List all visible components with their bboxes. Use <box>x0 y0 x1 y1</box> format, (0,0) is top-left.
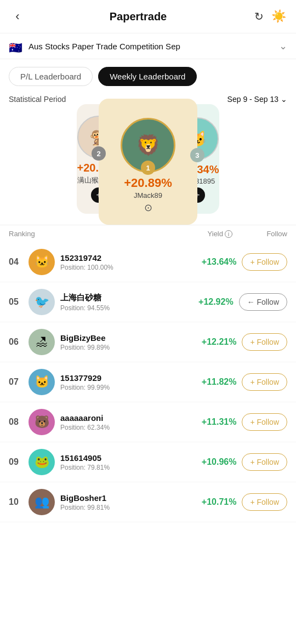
row-username: aaaaaaroni <box>60 413 187 423</box>
row-avatar: 🏖 <box>29 329 55 355</box>
row-info: 152319742 Position: 100.00% <box>60 253 187 271</box>
podium-second-rank: 2 <box>92 146 106 161</box>
row-username: 151377929 <box>60 373 187 383</box>
row-avatar: 🐱 <box>29 369 55 395</box>
row-info: 151377929 Position: 99.99% <box>60 373 187 391</box>
podium-third-rank: 3 <box>190 148 204 162</box>
row-position: Position: 99.81% <box>60 504 187 511</box>
table-row: 08 🐻 aaaaaaroni Position: 62.34% +11.31%… <box>0 402 296 442</box>
follow-button[interactable]: + Follow <box>242 413 287 431</box>
row-yield: +11.31% <box>187 417 236 427</box>
row-position: Position: 62.34% <box>60 424 187 431</box>
row-avatar: 🐻 <box>29 409 55 435</box>
row-position: Position: 100.00% <box>60 264 187 271</box>
period-selector[interactable]: Sep 9 - Sep 13 ⌄ <box>227 95 287 104</box>
row-info: BigBosher1 Position: 99.81% <box>60 493 187 511</box>
row-avatar: 🐦 <box>29 289 55 315</box>
header: ‹ Papertrade ↻ ☀️ <box>0 0 296 33</box>
row-yield: +11.82% <box>187 377 236 387</box>
follow-button[interactable]: + Follow <box>242 373 287 391</box>
period-value-text: Sep 9 - Sep 13 <box>227 95 278 104</box>
row-avatar: 👥 <box>29 489 55 515</box>
follow-button[interactable]: + Follow <box>242 253 287 271</box>
period-label: Statistical Period <box>9 95 66 104</box>
tab-pl[interactable]: P/L Leaderboard <box>9 67 93 86</box>
row-info: BigBizyBee Position: 99.89% <box>60 333 187 351</box>
podium-first-yield: +20.89% <box>124 176 172 190</box>
podium-first-avatar-wrap: 🦁 1 <box>121 118 175 173</box>
row-position: Position: 99.99% <box>60 384 187 391</box>
row-rank: 04 <box>9 257 29 267</box>
row-position: Position: 94.55% <box>60 304 184 312</box>
back-button[interactable]: ‹ <box>9 8 26 25</box>
list-header-yield: Yield i <box>178 230 232 238</box>
row-rank: 07 <box>9 377 29 387</box>
tab-weekly[interactable]: Weekly Leaderboard <box>98 67 197 86</box>
list-header-ranking: Ranking <box>9 230 31 238</box>
row-username: 上海白砂糖 <box>60 293 184 303</box>
row-yield: +12.21% <box>187 337 236 347</box>
tab-bar: P/L Leaderboard Weekly Leaderboard <box>0 59 296 92</box>
theme-icon[interactable]: ☀️ <box>270 8 287 25</box>
row-yield: +10.96% <box>187 457 236 467</box>
yield-info-icon[interactable]: i <box>225 230 232 238</box>
follow-button[interactable]: ← Follow <box>239 293 287 311</box>
flag-icon: 🇦🇺 <box>9 41 23 51</box>
row-avatar: 🐸 <box>29 449 55 475</box>
period-chevron-icon: ⌄ <box>281 95 287 104</box>
table-row: 09 🐸 151614905 Position: 79.81% +10.96% … <box>0 442 296 482</box>
row-info: 上海白砂糖 Position: 94.55% <box>60 293 184 312</box>
row-username: 151614905 <box>60 453 187 463</box>
podium: 🐒 2 +20.34% 满山猴我脏… + 🦁 1 +20.89% JMack89… <box>0 110 296 225</box>
table-row: 04 🐱 152319742 Position: 100.00% +13.64%… <box>0 242 296 282</box>
follow-button[interactable]: + Follow <box>242 453 287 471</box>
list-header-follow: Follow <box>232 230 287 238</box>
podium-first: 🦁 1 +20.89% JMack89 ⊙ <box>121 118 175 214</box>
refresh-button[interactable]: ↻ <box>250 8 267 25</box>
row-rank: 05 <box>9 297 29 307</box>
row-rank: 06 <box>9 337 29 347</box>
row-rank: 10 <box>9 497 29 507</box>
podium-first-rank: 1 <box>141 161 155 175</box>
podium-first-arrow-icon: ⊙ <box>144 202 152 214</box>
row-info: 151614905 Position: 79.81% <box>60 453 187 471</box>
row-yield: +13.64% <box>187 257 236 267</box>
row-position: Position: 99.89% <box>60 344 187 351</box>
row-username: BigBizyBee <box>60 333 187 343</box>
row-info: aaaaaaroni Position: 62.34% <box>60 413 187 431</box>
row-rank: 09 <box>9 457 29 467</box>
row-username: 152319742 <box>60 253 187 263</box>
follow-button[interactable]: + Follow <box>242 333 287 351</box>
table-row: 10 👥 BigBosher1 Position: 99.81% +10.71%… <box>0 482 296 522</box>
row-yield: +12.92% <box>184 297 234 307</box>
table-row: 05 🐦 上海白砂糖 Position: 94.55% +12.92% ← Fo… <box>0 282 296 322</box>
podium-first-username: JMack89 <box>134 191 162 200</box>
row-username: BigBosher1 <box>60 493 187 503</box>
leaderboard-list: 04 🐱 152319742 Position: 100.00% +13.64%… <box>0 242 296 522</box>
row-rank: 08 <box>9 417 29 427</box>
competition-chevron-icon: ⌄ <box>279 40 287 52</box>
row-avatar: 🐱 <box>29 249 55 275</box>
table-row: 06 🏖 BigBizyBee Position: 99.89% +12.21%… <box>0 322 296 362</box>
table-row: 07 🐱 151377929 Position: 99.99% +11.82% … <box>0 362 296 402</box>
follow-button[interactable]: + Follow <box>242 493 287 511</box>
page-title: Papertrade <box>26 10 250 23</box>
competition-selector[interactable]: 🇦🇺 Aus Stocks Paper Trade Competition Se… <box>0 33 296 59</box>
list-header: Ranking Yield i Follow <box>0 225 296 242</box>
competition-name: Aus Stocks Paper Trade Competition Sep <box>29 42 279 51</box>
row-yield: +10.71% <box>187 497 236 507</box>
row-position: Position: 79.81% <box>60 464 187 471</box>
